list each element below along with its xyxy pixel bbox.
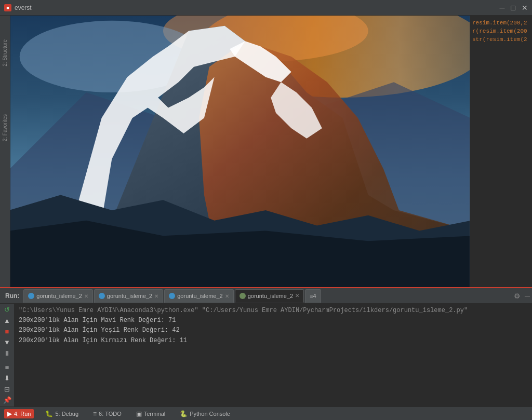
status-terminal[interactable]: ▣ Terminal	[133, 409, 169, 418]
output-command: "C:\Users\Yunus Emre AYDIN\Anaconda3\pyt…	[19, 306, 528, 316]
run-toolbar: ↺ ▲ ■ ▼ ⏸ ≡ ⬇ ⊟ 📌 🗑	[0, 304, 15, 407]
print-button[interactable]: ⊟	[2, 385, 12, 393]
main-layout: 2: Structure 2: Favorites	[0, 16, 532, 420]
title-bar: ■ everst ─ □ ✕	[0, 0, 532, 16]
code-line-2: r(resim.item(200	[472, 28, 530, 34]
run-tab-2[interactable]: goruntu_isleme_2 ✕	[94, 289, 163, 303]
run-tab-4-close[interactable]: ✕	[295, 293, 299, 299]
debug-status-label: 5: Debug	[55, 411, 78, 417]
run-panel: Run: goruntu_isleme_2 ✕ goruntu_isleme_2…	[0, 287, 532, 407]
run-tab-3-close[interactable]: ✕	[225, 293, 229, 299]
output-line-3: 200x200'lük Alan İçin Kırmızı Renk Değer…	[19, 336, 528, 346]
run-status-label: 4: Run	[14, 411, 31, 417]
terminal-icon: ▣	[136, 410, 142, 417]
run-tab-3[interactable]: goruntu_isleme_2 ✕	[164, 289, 233, 303]
run-label: Run:	[2, 292, 22, 300]
right-panel: resim.item(200,2 r(resim.item(200 str(re…	[470, 16, 532, 287]
todo-icon: ≡	[93, 410, 97, 417]
pause-button[interactable]: ⏸	[2, 349, 12, 357]
run-tab-4[interactable]: goruntu_isleme_2 ✕	[235, 289, 304, 303]
rerun-button[interactable]: ↺	[2, 306, 12, 314]
run-content: ↺ ▲ ■ ▼ ⏸ ≡ ⬇ ⊟ 📌 🗑 "C:\Users\Yunus Emre…	[0, 304, 532, 407]
side-tabs: 2: Structure 2: Favorites	[0, 16, 10, 287]
code-line-3: str(resim.item(2	[472, 36, 530, 43]
run-output[interactable]: "C:\Users\Yunus Emre AYDIN\Anaconda3\pyt…	[15, 304, 532, 407]
wrap-button[interactable]: ≡	[2, 363, 12, 371]
run-tab-2-close[interactable]: ✕	[154, 293, 158, 299]
title-bar-left: ■ everst	[4, 4, 32, 11]
tab-icon-2	[99, 293, 105, 299]
status-debug[interactable]: 🐛 5: Debug	[42, 409, 82, 418]
favorites-tab[interactable]: 2: Favorites	[1, 111, 9, 144]
window-title: everst	[15, 4, 32, 11]
minimize-button[interactable]: ─	[500, 4, 505, 11]
status-run[interactable]: ▶ 4: Run	[4, 409, 34, 418]
tab-icon-4	[240, 293, 246, 299]
debug-icon: 🐛	[45, 410, 53, 417]
content-area: 2: Structure 2: Favorites	[0, 16, 532, 420]
sort-button[interactable]: ⬇	[2, 374, 12, 382]
structure-tab[interactable]: 2: Structure	[1, 36, 9, 70]
settings-icon[interactable]: ⚙	[514, 292, 521, 300]
minimize-panel-icon[interactable]: ─	[525, 292, 530, 300]
python-console-icon: 🐍	[180, 410, 188, 417]
scroll-down-button[interactable]: ▼	[2, 338, 12, 346]
tab-settings-area: ⚙ ─	[514, 292, 530, 300]
run-tab-1-close[interactable]: ✕	[84, 293, 88, 299]
run-tab-1-label: goruntu_isleme_2	[36, 293, 82, 299]
output-line-2: 200x200'lük Alan İçin Yeşil Renk Değeri:…	[19, 326, 528, 335]
run-tab-3-label: goruntu_isleme_2	[177, 293, 222, 299]
todo-status-label: 6: TODO	[99, 411, 122, 417]
top-section: 2: Structure 2: Favorites	[0, 16, 532, 287]
output-line-1: 200x200'lük Alan İçin Mavi Renk Değeri: …	[19, 316, 528, 326]
status-python-console[interactable]: 🐍 Python Console	[177, 409, 233, 418]
run-tab-extra-label: ≡4	[310, 293, 316, 299]
status-todo[interactable]: ≡ 6: TODO	[90, 409, 125, 418]
run-tab-2-label: goruntu_isleme_2	[107, 293, 152, 299]
image-area	[10, 16, 470, 287]
code-line-1: resim.item(200,2	[472, 20, 530, 26]
python-console-status-label: Python Console	[190, 411, 230, 417]
scroll-up-button[interactable]: ▲	[2, 317, 12, 324]
terminal-status-label: Terminal	[144, 411, 166, 417]
tab-icon-1	[28, 293, 34, 299]
run-tab-extra[interactable]: ≡4	[305, 289, 321, 303]
window-controls[interactable]: ─ □ ✕	[500, 4, 528, 11]
tab-icon-3	[169, 293, 175, 299]
run-icon: ▶	[7, 410, 12, 417]
run-tab-4-label: goruntu_isleme_2	[248, 293, 293, 299]
close-button[interactable]: ✕	[522, 4, 528, 11]
status-bar: ▶ 4: Run 🐛 5: Debug ≡ 6: TODO ▣ Terminal…	[0, 407, 532, 420]
pin-button[interactable]: 📌	[2, 396, 12, 404]
app-icon: ■	[4, 4, 11, 11]
stop-button[interactable]: ■	[2, 328, 12, 335]
run-tabs: Run: goruntu_isleme_2 ✕ goruntu_isleme_2…	[0, 288, 532, 304]
maximize-button[interactable]: □	[511, 4, 515, 11]
run-tab-1[interactable]: goruntu_isleme_2 ✕	[23, 289, 92, 303]
mountain-image	[10, 16, 470, 287]
